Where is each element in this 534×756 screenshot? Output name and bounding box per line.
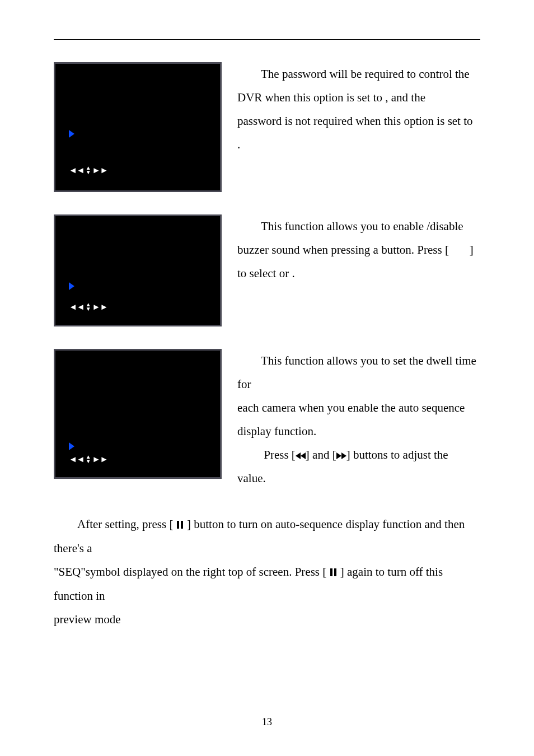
dwell-description: This function allows you to set the dwel… (222, 349, 480, 490)
text: to select or . (237, 262, 480, 285)
cursor-arrow-icon (69, 130, 74, 140)
bottom-paragraph: After setting, press [ ] button to turn … (54, 512, 480, 631)
pause-icon (176, 513, 184, 536)
rewind-icon (301, 452, 306, 459)
nav-widget: ◄◄ ▲ ▼ ►► (69, 166, 107, 175)
rewind-icon: ◄◄ (69, 303, 85, 311)
text: The password will be required to control… (237, 62, 480, 86)
text: ] (470, 243, 474, 256)
blank-space (452, 243, 466, 256)
cursor-arrow-icon (69, 282, 74, 292)
forward-icon (341, 452, 346, 459)
top-rule (54, 39, 480, 40)
rewind-icon: ◄◄ (69, 166, 85, 174)
rewind-icon (296, 452, 301, 459)
text: . (237, 133, 480, 156)
cursor-arrow-icon (69, 442, 74, 452)
text: This function allows you to set the dwel… (237, 349, 480, 396)
text: This function allows you to enable /disa… (237, 214, 480, 238)
text: each camera when you enable the auto seq… (237, 396, 480, 419)
text: display function. (237, 419, 480, 443)
buzzer-description: This function allows you to enable /disa… (222, 214, 480, 285)
section-keylock: ◄◄ ▲ ▼ ►► The password will be required … (54, 62, 480, 192)
text: ] and [ (306, 448, 336, 461)
text: After setting, press [ (77, 517, 176, 531)
dvr-screen-buzzer: ◄◄ ▲ ▼ ►► (54, 214, 222, 326)
text: DVR when this option is set to , and the (237, 86, 480, 109)
dvr-screen-dwell: ◄◄ ▲ ▼ ►► (54, 349, 222, 479)
text: Press [ (264, 448, 296, 461)
nav-widget: ◄◄ ▲ ▼ ►► (69, 302, 107, 311)
forward-icon: ►► (92, 303, 108, 311)
pause-icon (330, 561, 338, 584)
section-buzzer: ◄◄ ▲ ▼ ►► This function allows you to en… (54, 214, 480, 326)
dvr-screen-keylock: ◄◄ ▲ ▼ ►► (54, 62, 222, 192)
text: "SEQ"symbol displayed on the right top o… (54, 565, 330, 578)
rewind-icon: ◄◄ (69, 455, 85, 463)
down-icon: ▼ (86, 170, 91, 175)
forward-icon: ►► (92, 166, 108, 174)
page-number: 13 (0, 716, 534, 728)
section-dwell: ◄◄ ▲ ▼ ►► This function allows you to se… (54, 349, 480, 490)
text: ] buttons to adjust the (346, 448, 448, 461)
down-icon: ▼ (86, 307, 91, 311)
keylock-description: The password will be required to control… (222, 62, 480, 156)
text: password is not required when this optio… (237, 109, 480, 133)
text: buzzer sound when pressing a button. Pre… (237, 243, 449, 256)
down-icon: ▼ (86, 459, 91, 464)
nav-widget: ◄◄ ▲ ▼ ►► (69, 455, 107, 464)
page: ◄◄ ▲ ▼ ►► The password will be required … (0, 0, 534, 756)
forward-icon (336, 452, 341, 459)
text: preview mode (54, 608, 480, 631)
text: value. (237, 466, 480, 490)
forward-icon: ►► (92, 455, 108, 463)
